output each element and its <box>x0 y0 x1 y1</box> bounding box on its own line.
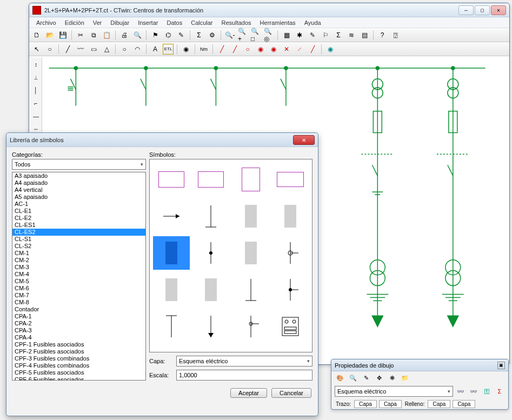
edit-icon[interactable]: ✎ <box>361 373 371 383</box>
sigma-icon[interactable]: Σ <box>494 386 505 396</box>
pencil-icon[interactable]: ✎ <box>176 30 187 41</box>
aceptar-button[interactable]: Aceptar <box>230 388 267 398</box>
symbol-cell[interactable] <box>193 199 230 233</box>
triangle-icon[interactable]: △ <box>101 44 112 55</box>
copy-icon[interactable]: ⧉ <box>88 30 99 41</box>
key-icon[interactable]: ⚿ <box>481 386 492 396</box>
move-icon[interactable]: ✥ <box>374 373 384 383</box>
pal-t-icon[interactable]: ⟂ <box>31 72 41 82</box>
list-item[interactable]: A4 vertical <box>12 186 145 194</box>
symbol-cell[interactable] <box>232 310 269 343</box>
calc-icon[interactable]: ▤ <box>359 30 370 41</box>
list-item[interactable]: CPA-2 <box>12 320 145 327</box>
symbol-cell[interactable] <box>153 163 190 196</box>
list-item[interactable]: CL-S2 <box>12 243 145 250</box>
symbol-cell[interactable] <box>232 236 269 270</box>
symbol-cell[interactable] <box>153 273 190 306</box>
ruler-icon[interactable]: ✎ <box>307 30 318 41</box>
trazo-capa-1[interactable]: Capa <box>354 400 377 408</box>
text-icon[interactable]: A <box>150 44 161 55</box>
target-icon[interactable]: ◉ <box>181 44 191 55</box>
escala-input[interactable]: 1,0000 <box>176 370 312 381</box>
red-circle-icon[interactable]: ○ <box>242 44 253 55</box>
help-icon[interactable]: ? <box>377 30 388 41</box>
menu-ayuda[interactable]: Ayuda <box>301 18 325 27</box>
list-item[interactable]: CPA-3 <box>12 327 145 334</box>
list-item[interactable]: CM-7 <box>12 292 145 299</box>
nm-icon[interactable]: Nm <box>198 44 209 55</box>
list-item[interactable]: A5 apaisado <box>12 194 145 201</box>
symbol-cell[interactable] <box>232 163 269 196</box>
node-icon[interactable]: ○ <box>44 44 55 55</box>
list-item[interactable]: CL-E1 <box>12 208 145 215</box>
symbol-cell[interactable] <box>232 273 269 306</box>
palette-icon[interactable]: 🎨 <box>335 373 345 383</box>
red-dline-icon[interactable]: ╱ <box>307 44 318 55</box>
list-item[interactable]: CPF-4 Fusibles combinados <box>12 362 145 369</box>
save-icon[interactable]: 💾 <box>57 30 68 41</box>
trazo-capa-2[interactable]: Capa <box>379 400 402 408</box>
etl-icon[interactable]: ETL <box>163 44 174 55</box>
list-item[interactable]: CM-1 <box>12 250 145 257</box>
zoom-in-icon[interactable]: 🔍+ <box>237 30 248 41</box>
symbol-cell[interactable] <box>232 199 269 233</box>
list-item[interactable]: AC-1 <box>12 201 145 208</box>
flag-icon[interactable]: ⚑ <box>150 30 161 41</box>
list-item[interactable]: CM-6 <box>12 285 145 292</box>
teal-circle-icon[interactable]: ◉ <box>325 44 336 55</box>
circle-icon[interactable]: ○ <box>119 44 130 55</box>
symbol-cell[interactable] <box>272 236 309 270</box>
categories-listbox[interactable]: A3 apaisadoA4 apaisadoA4 verticalA5 apai… <box>12 172 146 381</box>
list-item[interactable]: CPF-6 Fusibles asociados <box>12 376 145 381</box>
list-item[interactable]: CM-8 <box>12 299 145 306</box>
red-line2-icon[interactable]: ╱ <box>229 44 240 55</box>
list-item[interactable]: CL-E2 <box>12 215 145 222</box>
list-item[interactable]: CM-5 <box>12 278 145 285</box>
snap-icon[interactable]: ✱ <box>294 30 305 41</box>
props-layer-combo[interactable]: Esquema eléctrico <box>335 386 453 397</box>
maximize-button[interactable]: ▢ <box>475 5 490 15</box>
print-icon[interactable]: 🖨 <box>119 30 130 41</box>
zoom-fit-icon[interactable]: 🔍□ <box>250 30 261 41</box>
list-item[interactable]: Contador <box>12 306 145 313</box>
preview-icon[interactable]: 🔍 <box>132 30 143 41</box>
symbol-cell[interactable] <box>272 199 309 233</box>
layers-icon[interactable]: ≋ <box>346 30 357 41</box>
red-slash-icon[interactable]: ⟋ <box>294 44 305 55</box>
menu-herramientas[interactable]: Herramientas <box>256 18 300 27</box>
menu-insertar[interactable]: Insertar <box>134 18 162 27</box>
close-button[interactable]: ✕ <box>491 5 506 15</box>
list-item[interactable]: CM-3 <box>12 264 145 271</box>
list-item[interactable]: CPF-1 Fusibles asociados <box>12 341 145 348</box>
cancelar-button[interactable]: Cancelar <box>271 388 311 398</box>
whatsthis-icon[interactable]: ⍰ <box>390 30 401 41</box>
list-item[interactable]: CM-2 <box>12 257 145 264</box>
zoom-out-icon[interactable]: 🔍- <box>224 30 235 41</box>
symbol-cell[interactable] <box>272 273 309 306</box>
list-item[interactable]: CL-ES2 <box>12 229 145 236</box>
pin-icon[interactable]: ▣ <box>497 362 505 369</box>
pal-arrow-icon[interactable]: ↕ <box>31 59 41 69</box>
menu-datos[interactable]: Datos <box>163 18 186 27</box>
symbol-cell[interactable] <box>272 310 309 343</box>
red-target-icon[interactable]: ◉ <box>255 44 266 55</box>
menu-resultados[interactable]: Resultados <box>218 18 255 27</box>
symbol-cell[interactable] <box>193 163 230 196</box>
list-item[interactable]: CPF-5 Fusibles asociados <box>12 369 145 376</box>
arc-icon[interactable]: ◠ <box>132 44 143 55</box>
zigzag-icon[interactable]: 〰 <box>75 44 86 55</box>
list-item[interactable]: A4 apaisado <box>12 179 145 186</box>
grid-icon[interactable]: ▦ <box>281 30 292 41</box>
menu-archivo[interactable]: Archivo <box>32 18 60 27</box>
tree-icon[interactable]: ⌬ <box>163 30 174 41</box>
pal-step-icon[interactable]: ⌐ <box>31 98 41 108</box>
relleno-capa-1[interactable]: Capa <box>428 400 450 408</box>
sigma2-icon[interactable]: Σ <box>333 30 344 41</box>
flag2-icon[interactable]: ⚐ <box>320 30 331 41</box>
gear-icon[interactable]: ⚙ <box>207 30 217 41</box>
list-item[interactable]: CPA-4 <box>12 334 145 341</box>
symbol-cell[interactable] <box>193 236 230 270</box>
symbol-cell[interactable] <box>153 199 190 233</box>
symbol-cell[interactable] <box>272 163 309 196</box>
pal-h-icon[interactable]: — <box>31 111 41 121</box>
